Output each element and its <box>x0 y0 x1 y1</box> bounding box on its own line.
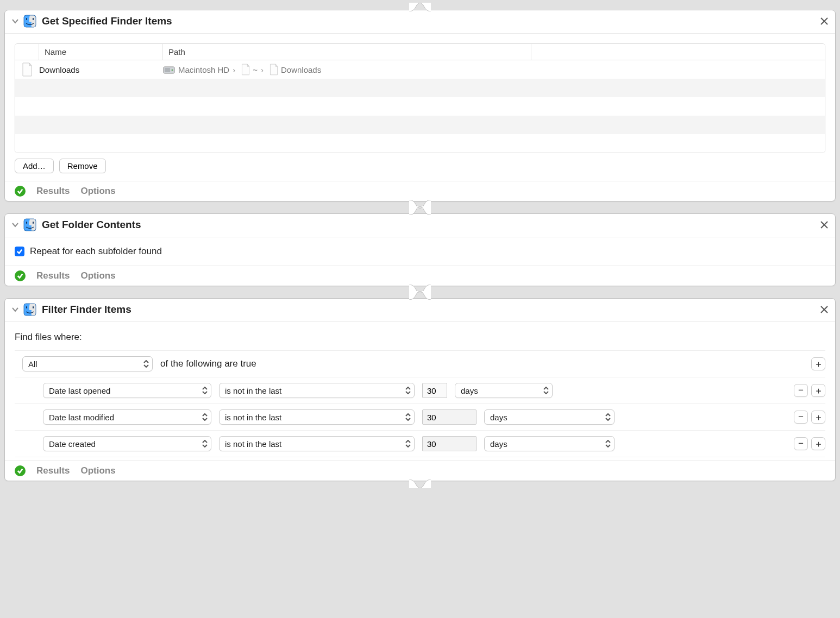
rule-unit-select[interactable]: days <box>455 383 553 398</box>
rule-operator-value: is not in the last <box>225 386 281 395</box>
rule-attribute-select[interactable]: Date created <box>43 436 211 451</box>
status-ok-icon <box>15 270 26 281</box>
filter-prefix: Find files where: <box>15 332 825 343</box>
add-rule-button[interactable]: ＋ <box>811 437 825 450</box>
close-icon[interactable] <box>820 305 829 314</box>
close-icon[interactable] <box>820 220 829 229</box>
file-icon <box>241 64 250 75</box>
filter-rule: Date createdis not in the lastdays−＋ <box>15 431 825 457</box>
action-filter-finder-items: Filter Finder Items Find files where: Al… <box>4 298 836 481</box>
results-link[interactable]: Results <box>36 270 70 281</box>
finder-icon <box>23 15 36 28</box>
rule-attribute-value: Date created <box>49 439 96 449</box>
item-name: Downloads <box>39 65 163 74</box>
filter-rule: Date last modifiedis not in the lastdays… <box>15 404 825 431</box>
table-row-empty <box>15 134 825 153</box>
rule-unit-value: days <box>461 386 478 395</box>
rule-operator-select[interactable]: is not in the last <box>219 383 415 398</box>
add-rule-button[interactable]: ＋ <box>811 411 825 424</box>
rule-operator-select[interactable]: is not in the last <box>219 409 415 425</box>
table-row-empty <box>15 79 825 97</box>
rule-unit-value: days <box>490 413 507 422</box>
match-mode-value: All <box>28 360 37 369</box>
add-button[interactable]: Add… <box>15 159 54 173</box>
col-path[interactable]: Path <box>163 44 531 60</box>
options-link[interactable]: Options <box>80 270 115 281</box>
rule-value-input[interactable] <box>422 383 447 398</box>
checkbox-label: Repeat for each subfolder found <box>30 246 162 257</box>
disclose-icon[interactable] <box>11 306 19 313</box>
action-title: Get Specified Finder Items <box>42 15 172 27</box>
rule-operator-value: is not in the last <box>225 439 281 449</box>
action-footer: Results Options <box>5 181 835 201</box>
connector-in <box>409 206 431 215</box>
table-row-empty <box>15 97 825 116</box>
remove-button[interactable]: Remove <box>59 159 106 173</box>
finder-items-table: Name Path DownloadsMacintosh HD›~›Downlo… <box>15 43 825 153</box>
status-ok-icon <box>15 465 26 476</box>
options-link[interactable]: Options <box>80 465 115 476</box>
rule-value-input[interactable] <box>422 409 477 425</box>
table-row[interactable]: DownloadsMacintosh HD›~›Downloads <box>15 60 825 79</box>
disclose-icon[interactable] <box>11 221 19 229</box>
match-mode-select[interactable]: All <box>22 356 153 371</box>
rule-attribute-select[interactable]: Date last opened <box>43 383 211 398</box>
rule-unit-value: days <box>490 439 507 449</box>
action-get-specified-finder-items: Get Specified Finder Items Name Path Dow… <box>4 10 836 201</box>
repeat-subfolders-checkbox[interactable] <box>15 247 24 256</box>
results-link[interactable]: Results <box>36 186 70 197</box>
rule-value-input[interactable] <box>422 436 477 451</box>
action-get-folder-contents: Get Folder Contents Repeat for each subf… <box>4 213 836 286</box>
rule-unit-select[interactable]: days <box>484 436 615 451</box>
action-title: Get Folder Contents <box>42 219 141 231</box>
rule-operator-value: is not in the last <box>225 413 281 422</box>
rule-attribute-select[interactable]: Date last modified <box>43 409 211 425</box>
drive-icon <box>163 64 175 75</box>
item-path: Macintosh HD›~›Downloads <box>163 64 819 75</box>
rule-operator-select[interactable]: is not in the last <box>219 436 415 451</box>
finder-icon <box>23 218 36 231</box>
file-icon <box>269 64 279 75</box>
finder-icon <box>23 303 36 316</box>
col-name[interactable]: Name <box>39 44 163 60</box>
connector-in <box>409 291 431 300</box>
options-link[interactable]: Options <box>80 186 115 197</box>
action-title: Filter Finder Items <box>42 304 131 316</box>
add-rule-button[interactable]: ＋ <box>811 384 825 397</box>
rule-attribute-value: Date last opened <box>49 386 110 395</box>
rule-attribute-value: Date last modified <box>49 413 114 422</box>
remove-rule-button[interactable]: − <box>794 437 808 450</box>
status-ok-icon <box>15 186 26 197</box>
add-rule-group-button[interactable]: ＋ <box>811 357 825 370</box>
remove-rule-button[interactable]: − <box>794 411 808 424</box>
connector-in <box>409 3 431 11</box>
file-icon <box>21 62 33 77</box>
results-link[interactable]: Results <box>36 465 70 476</box>
connector-out <box>409 480 431 488</box>
disclose-icon[interactable] <box>11 17 19 25</box>
close-icon[interactable] <box>820 17 829 26</box>
rule-unit-select[interactable]: days <box>484 409 615 425</box>
match-suffix: of the following are true <box>160 358 256 369</box>
table-row-empty <box>15 116 825 134</box>
action-header: Get Specified Finder Items <box>5 10 835 34</box>
table-header: Name Path <box>15 44 825 60</box>
filter-rule: Date last openedis not in the lastdays−＋ <box>15 377 825 404</box>
remove-rule-button[interactable]: − <box>794 384 808 397</box>
